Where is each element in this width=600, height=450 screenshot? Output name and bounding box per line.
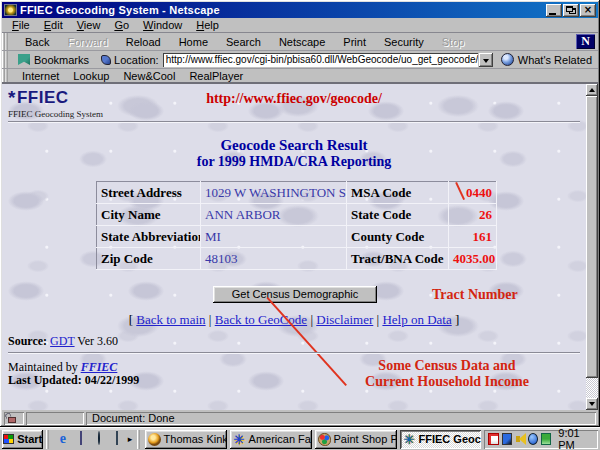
link-disclaimer[interactable]: Disclaimer (316, 312, 373, 327)
table-row: City Name ANN ARBOR State Code 26 (97, 204, 497, 226)
row-label: Street Address (97, 182, 201, 204)
stop-button: Stop (433, 34, 474, 50)
task-american-factfinder[interactable]: ✳ American FactF... (230, 430, 312, 449)
netscape-button[interactable]: Netscape (270, 34, 334, 50)
search-button[interactable]: Search (217, 34, 270, 50)
link-ffiec[interactable]: FFIEC (81, 360, 118, 374)
kinkade-app-icon (148, 433, 161, 446)
link-back-to-main[interactable]: Back to main (136, 312, 205, 327)
start-label: Start (17, 433, 42, 445)
menu-view[interactable]: View (71, 18, 107, 32)
restore-icon-back (566, 6, 573, 12)
row-value: 1029 W WASHINGTON ST (201, 182, 347, 204)
task-thomas-kinkade[interactable]: Thomas Kinkad... (145, 430, 227, 449)
page-subtitle: for 1999 HMDA/CRA Reporting (2, 154, 586, 170)
toolbar-grip[interactable] (2, 33, 10, 50)
menu-window[interactable]: Window (137, 18, 188, 32)
window-title: FFIEC Geocoding System - Netscape (20, 4, 545, 16)
menu-go[interactable]: Go (108, 18, 135, 32)
source-line: Source: GDT Ver 3.60 (8, 334, 118, 349)
quick-launch-overflow-icon[interactable]: ▸ (128, 432, 133, 446)
source-label: Source: (8, 334, 47, 348)
bookmarks-icon (18, 54, 30, 65)
task-ffiec-geocoding[interactable]: ✳ FFIEC Geoc... (400, 430, 482, 449)
taskbar-separator (46, 430, 50, 449)
messenger-icon[interactable] (98, 431, 100, 445)
personal-toolbar-grip[interactable] (2, 69, 10, 82)
scroll-down-button[interactable] (586, 398, 598, 410)
last-updated: Last Updated: 04/22/1999 (8, 373, 139, 388)
close-button[interactable]: × (580, 4, 596, 17)
netscape-logo-icon[interactable]: N (576, 34, 595, 49)
row-code-value: 161 (449, 226, 497, 248)
ffiec-logo-subtitle: FFIEC Geocoding System (8, 109, 103, 119)
restore-button[interactable] (563, 4, 579, 17)
messenger-tray-icon[interactable] (528, 433, 538, 445)
location-anchor-icon (101, 55, 111, 65)
print-button[interactable]: Print (334, 34, 375, 50)
link-gdt[interactable]: GDT (50, 334, 74, 348)
pipe-separator: | (209, 312, 212, 327)
security-button[interactable]: Security (375, 34, 433, 50)
network-tray-icon[interactable] (541, 433, 551, 445)
link-help-on-data[interactable]: Help on Data (382, 312, 451, 327)
menu-edit[interactable]: Edit (38, 18, 69, 32)
horizontal-rule (8, 121, 580, 123)
title-bar: FFIEC Geocoding System - Netscape × (2, 2, 598, 18)
personal-link-internet[interactable]: Internet (16, 70, 67, 82)
display-tray-icon[interactable] (502, 433, 512, 445)
bracket: ] (455, 312, 459, 327)
row-value: ANN ARBOR (201, 204, 347, 226)
bookmarks-button[interactable]: Bookmarks (34, 54, 89, 66)
row-label: County Code (347, 226, 449, 248)
task-paint-shop-pro[interactable]: Paint Shop Pro ... (315, 430, 397, 449)
task-label: FFIEC Geoc... (419, 433, 482, 445)
vertical-scrollbar[interactable] (586, 84, 598, 410)
row-value: 48103 (201, 248, 347, 270)
scrollbar-thumb[interactable] (586, 96, 598, 378)
table-row: Zip Code 48103 Tract/BNA Code 4035.00 (97, 248, 497, 270)
taskbar: Start e ▸ Thomas Kinkad... ✳ American Fa… (0, 427, 600, 450)
personal-link-newcool[interactable]: New&Cool (117, 70, 183, 82)
row-label: State Code (347, 204, 449, 226)
netscape-window-icon (4, 4, 17, 16)
row-code-value: 26 (449, 204, 497, 226)
start-button[interactable]: Start (2, 430, 43, 449)
menu-bar: File Edit View Go Window Help (2, 18, 598, 33)
census-annotation-line2: Current Household Income (332, 374, 562, 390)
scroll-up-button[interactable] (586, 84, 598, 96)
channels-icon[interactable] (116, 431, 118, 445)
table-row: State Abbreviation MI County Code 161 (97, 226, 497, 248)
outlook-express-icon[interactable] (80, 431, 82, 445)
arrow-down-icon (589, 402, 595, 406)
internet-explorer-icon[interactable]: e (56, 432, 70, 446)
minimize-button[interactable] (546, 4, 562, 17)
personal-link-realplayer[interactable]: RealPlayer (183, 70, 251, 82)
url-dropdown-button[interactable] (479, 53, 493, 67)
security-lock-icon[interactable] (4, 412, 24, 425)
minimize-icon (549, 13, 556, 15)
pipe-separator: | (310, 312, 313, 327)
volume-tray-icon[interactable] (515, 433, 525, 445)
location-bar-grip[interactable] (2, 51, 10, 68)
menu-help[interactable]: Help (190, 18, 225, 32)
page-content: * FFIEC FFIEC Geocoding System http://ww… (2, 84, 598, 410)
whats-related-globe-icon (501, 53, 514, 66)
whats-related-button[interactable]: What's Related (518, 54, 592, 66)
get-census-demographic-button[interactable]: Get Census Demographic (213, 286, 377, 303)
geocode-result-table: Street Address 1029 W WASHINGTON ST MSA … (96, 181, 497, 270)
location-input[interactable]: http://www.ffiec.gov/cgi-bin/pbisa60.dll… (163, 53, 478, 67)
taskbar-separator (137, 430, 141, 449)
pipe-separator: | (377, 312, 380, 327)
navigation-toolbar: Back Forward Reload Home Search Netscape… (2, 33, 598, 51)
menu-file[interactable]: File (6, 18, 36, 32)
source-version: Ver 3.60 (77, 334, 118, 348)
back-button[interactable]: Back (16, 34, 58, 50)
close-icon: × (580, 4, 596, 17)
task-label: Thomas Kinkad... (164, 433, 227, 445)
reload-button[interactable]: Reload (117, 34, 170, 50)
personal-link-lookup[interactable]: Lookup (67, 70, 117, 82)
location-bar: Bookmarks Location: http://www.ffiec.gov… (2, 51, 598, 69)
home-button[interactable]: Home (170, 34, 217, 50)
scheduler-tray-icon[interactable] (488, 433, 498, 445)
